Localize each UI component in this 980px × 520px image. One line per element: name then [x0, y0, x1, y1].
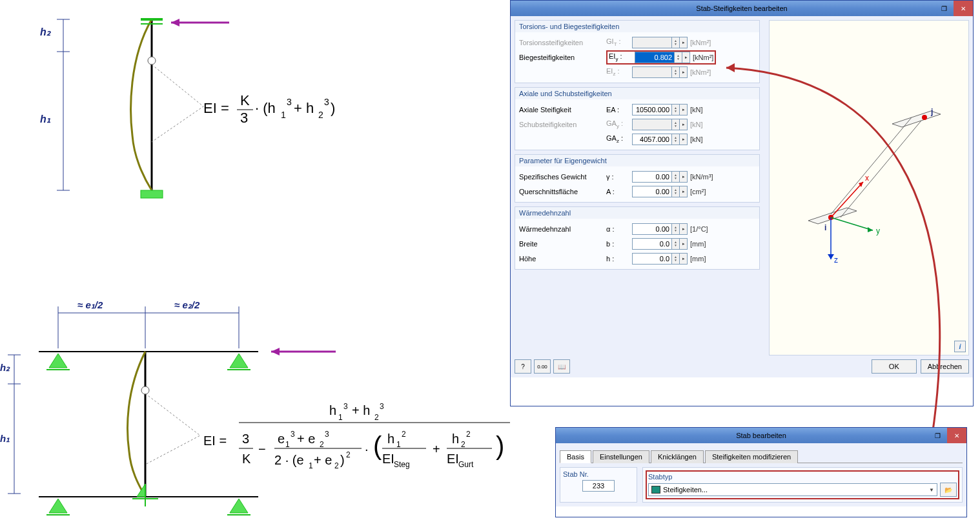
- svg-text:3: 3: [287, 97, 292, 107]
- svg-text:h₂: h₂: [0, 362, 10, 373]
- restore-button[interactable]: ❐: [934, 1, 954, 16]
- dialog1-titlebar[interactable]: Stab-Steifigkeiten bearbeiten ❐ ✕: [511, 1, 973, 16]
- svg-text:x: x: [865, 174, 869, 183]
- tab-knicklaengen[interactable]: Knicklängen: [651, 450, 704, 463]
- GAz-input[interactable]: [632, 134, 672, 145]
- EA-input[interactable]: [632, 104, 672, 115]
- svg-text:2: 2: [466, 430, 471, 439]
- svg-line-97: [831, 117, 912, 214]
- stabnr-value[interactable]: 233: [582, 480, 615, 492]
- close-button-2[interactable]: ✕: [947, 428, 966, 443]
- svg-marker-110: [828, 254, 834, 259]
- h2-label: h₂: [40, 26, 52, 37]
- tab-steifigkeiten[interactable]: Steifigkeiten modifizieren: [705, 450, 798, 463]
- tab-basis[interactable]: Basis: [560, 450, 591, 463]
- svg-text:h: h: [329, 403, 336, 417]
- svg-text:K: K: [242, 452, 251, 466]
- svg-text:+ h: + h: [352, 403, 370, 417]
- chevron-down-icon: ▼: [929, 487, 934, 493]
- svg-text:EI =: EI =: [203, 100, 229, 116]
- ok-button[interactable]: OK: [872, 359, 917, 374]
- dialog2-titlebar[interactable]: Stab bearbeiten ❐ ✕: [556, 428, 966, 443]
- close-button[interactable]: ✕: [954, 1, 973, 16]
- EIy-highlight: EIy : ▸ [kNm²]: [606, 50, 716, 65]
- spinner[interactable]: [672, 37, 680, 48]
- h-input[interactable]: [632, 253, 672, 265]
- tab-einstellungen[interactable]: Einstellungen: [593, 450, 649, 463]
- svg-line-106: [831, 217, 873, 230]
- svg-text:1: 1: [285, 440, 290, 449]
- svg-text:2: 2: [461, 440, 465, 449]
- restore-button-2[interactable]: ❐: [928, 428, 947, 443]
- svg-text:h₁: h₁: [0, 433, 10, 444]
- svg-text:1: 1: [309, 461, 313, 470]
- svg-text:3: 3: [291, 430, 295, 439]
- svg-text:(: (: [373, 432, 382, 460]
- svg-text:·: ·: [365, 442, 369, 456]
- svg-text:K: K: [240, 92, 250, 108]
- svg-text:e: e: [278, 432, 285, 446]
- svg-text:3: 3: [343, 402, 348, 411]
- svg-text:1: 1: [396, 440, 401, 449]
- dialog2-title: Stab bearbeiten: [736, 432, 786, 439]
- svg-point-9: [148, 57, 156, 65]
- svg-text:): ): [496, 432, 504, 460]
- svg-text:z: z: [834, 255, 838, 265]
- A-input[interactable]: [632, 186, 672, 197]
- EIz-input[interactable]: [632, 66, 672, 78]
- svg-text:3: 3: [324, 97, 329, 107]
- svg-text:3: 3: [242, 432, 249, 446]
- svg-text:2 · (e: 2 · (e: [274, 453, 304, 467]
- GIT-input[interactable]: [632, 37, 672, 48]
- svg-marker-11: [171, 19, 179, 26]
- svg-text:+: +: [433, 442, 440, 456]
- stabtyp-select[interactable]: Steifigkeiten... ▼: [648, 483, 937, 496]
- EIy-input[interactable]: [635, 52, 675, 63]
- svg-text:+ h: + h: [294, 100, 314, 116]
- svg-text:i: i: [824, 223, 826, 232]
- axial-schub-group: Axiale und Schubsteifigkeiten Axiale Ste…: [515, 87, 760, 150]
- svg-text:−: −: [258, 442, 266, 456]
- svg-text:Gurt: Gurt: [458, 460, 474, 469]
- torsion-label: Torsionssteifigkeiten: [519, 39, 606, 46]
- help-button[interactable]: ?: [515, 359, 531, 374]
- svg-text:EI: EI: [447, 452, 459, 466]
- stabtyp-label: Stabtyp: [648, 473, 957, 481]
- cancel-button[interactable]: Abbrechen: [921, 359, 969, 374]
- svg-text:3: 3: [240, 110, 248, 126]
- units-button[interactable]: 0.00: [534, 359, 551, 374]
- GAy-input[interactable]: [632, 119, 672, 130]
- stabtyp-edit-button[interactable]: 📂: [940, 483, 957, 497]
- svg-text:1: 1: [281, 110, 286, 120]
- svg-marker-41: [49, 354, 67, 368]
- svg-marker-95: [892, 111, 941, 127]
- svg-marker-53: [271, 348, 280, 355]
- stabtyp-highlight: Stabtyp Steifigkeiten... ▼ 📂: [646, 470, 959, 499]
- svg-point-40: [141, 386, 149, 394]
- svg-text:): ): [331, 100, 335, 116]
- svg-text:2: 2: [374, 413, 379, 422]
- biege-label: Biegesteifigkeiten: [519, 54, 606, 61]
- gamma-input[interactable]: [632, 171, 672, 183]
- svg-text:2: 2: [402, 430, 406, 439]
- svg-text:h: h: [387, 432, 394, 446]
- b-input[interactable]: [632, 238, 672, 250]
- svg-marker-49: [137, 484, 145, 497]
- arrow-button[interactable]: ▸: [680, 37, 688, 48]
- waermedehnzahl-group: Wärmedehnzahl Wärmedehnzahl α : ▸ [1/°C]…: [515, 206, 760, 270]
- stab-bearbeiten-dialog: Stab bearbeiten ❐ ✕ Basis Einstellungen …: [555, 427, 967, 517]
- svg-text:≈ e₂/2: ≈ e₂/2: [174, 299, 200, 310]
- svg-text:EI =: EI =: [203, 434, 227, 448]
- svg-point-101: [922, 115, 927, 120]
- section-preview: i j x y z i: [769, 20, 969, 355]
- svg-text:3: 3: [325, 430, 329, 439]
- alpha-input[interactable]: [632, 223, 672, 235]
- info-button[interactable]: i: [954, 341, 966, 352]
- svg-text:EI: EI: [382, 452, 394, 466]
- svg-rect-8: [141, 190, 163, 198]
- tabs: Basis Einstellungen Knicklängen Steifigk…: [560, 450, 963, 463]
- h1-label: h₁: [40, 114, 51, 125]
- stab-steifigkeiten-dialog: Stab-Steifigkeiten bearbeiten ❐ ✕ Torsio…: [510, 0, 974, 406]
- svg-text:≈ e₁/2: ≈ e₁/2: [77, 299, 103, 310]
- library-button[interactable]: 📖: [553, 359, 570, 374]
